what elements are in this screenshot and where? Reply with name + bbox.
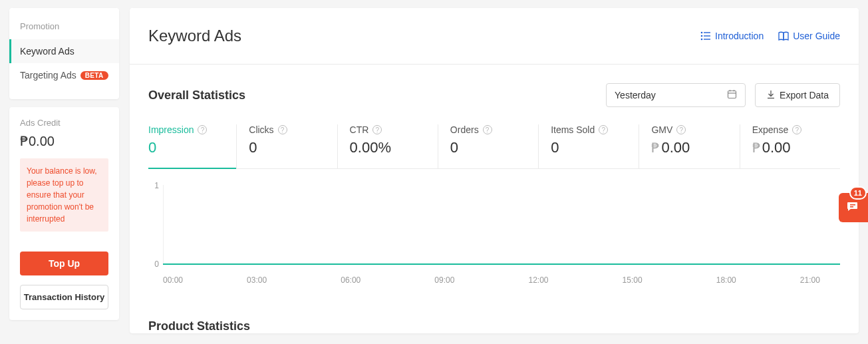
- chart-xtick: 09:00: [434, 275, 454, 285]
- metric-label-text: Impression: [148, 124, 194, 135]
- svg-rect-11: [850, 206, 853, 208]
- overall-statistics-title: Overall Statistics: [148, 88, 245, 102]
- info-icon[interactable]: ?: [599, 125, 608, 134]
- metric-gmv[interactable]: GMV ? ₱0.00: [639, 124, 739, 168]
- svg-rect-10: [850, 204, 855, 206]
- download-icon: [766, 90, 776, 101]
- metrics-row: Impression ? 0 Clicks ? 0: [148, 124, 840, 169]
- metric-value: 0: [148, 139, 224, 156]
- chart-xaxis: 00:00 03:00 06:00 09:00 12:00 15:00 18:0…: [163, 275, 840, 285]
- introduction-link[interactable]: Introduction: [700, 31, 764, 41]
- export-data-button[interactable]: Export Data: [755, 83, 840, 107]
- promotion-heading: Promotion: [9, 21, 119, 39]
- chart-ytick: 1: [148, 181, 159, 190]
- beta-badge: BETA: [80, 71, 108, 80]
- main-card: Keyword Ads Introduction User Guide: [130, 8, 859, 333]
- sidebar-item-label: Keyword Ads: [20, 46, 74, 57]
- chat-icon: [846, 200, 861, 216]
- book-icon: [778, 31, 789, 41]
- metric-label-text: GMV: [651, 124, 672, 135]
- ads-credit-amount: ₱0.00: [20, 133, 108, 149]
- chart-xtick: 18:00: [716, 275, 736, 285]
- date-range-picker[interactable]: Yesterday: [606, 83, 746, 107]
- metric-label-text: Items Sold: [551, 124, 595, 135]
- svg-rect-6: [728, 91, 736, 98]
- product-statistics-title: Product Statistics: [130, 306, 859, 333]
- metric-ctr[interactable]: CTR ? 0.00%: [337, 124, 438, 168]
- chart-xtick: 06:00: [341, 275, 361, 285]
- metric-value: 0.00%: [350, 139, 426, 156]
- info-icon[interactable]: ?: [676, 125, 686, 134]
- chat-button[interactable]: 11: [839, 193, 868, 222]
- ads-credit-label: Ads Credit: [20, 118, 108, 128]
- low-balance-alert: Your balance is low, please top up to en…: [20, 158, 108, 232]
- info-icon[interactable]: ?: [278, 125, 287, 134]
- sidebar-item-label: Targeting Ads: [20, 70, 76, 81]
- chart-xtick: 21:00: [800, 275, 820, 285]
- ads-credit-card: Ads Credit ₱0.00 Your balance is low, pl…: [9, 107, 119, 320]
- metric-items-sold[interactable]: Items Sold ? 0: [538, 124, 639, 168]
- info-icon[interactable]: ?: [198, 125, 207, 134]
- svg-point-0: [701, 32, 702, 33]
- metric-label-text: Orders: [450, 124, 479, 135]
- transaction-history-button[interactable]: Transaction History: [20, 285, 108, 309]
- metric-label-text: Expense: [752, 124, 788, 135]
- metric-impression[interactable]: Impression ? 0: [148, 124, 236, 168]
- info-icon[interactable]: ?: [792, 125, 801, 134]
- svg-point-4: [701, 39, 702, 39]
- user-guide-link[interactable]: User Guide: [778, 31, 840, 41]
- introduction-link-label: Introduction: [715, 31, 764, 41]
- metric-expense[interactable]: Expense ? ₱0.00: [740, 124, 840, 168]
- page-header: Keyword Ads Introduction User Guide: [130, 8, 859, 65]
- metric-clicks[interactable]: Clicks ? 0: [236, 124, 337, 168]
- currency-symbol: ₱: [651, 140, 660, 155]
- page-title: Keyword Ads: [148, 27, 241, 45]
- chart-ytick: 0: [148, 259, 159, 269]
- top-up-button[interactable]: Top Up: [20, 252, 108, 275]
- svg-point-2: [701, 35, 702, 36]
- metric-orders[interactable]: Orders ? 0: [438, 124, 538, 168]
- info-icon[interactable]: ?: [372, 125, 382, 134]
- date-range-label: Yesterday: [615, 90, 656, 100]
- chart-xtick: 03:00: [247, 275, 267, 285]
- info-icon[interactable]: ?: [483, 125, 492, 134]
- chart-xtick: 15:00: [623, 275, 643, 285]
- chart: 1 0 00:00 03:00 06:00 09:00 12:00 15:00 …: [148, 169, 840, 287]
- sidebar-item-keyword-ads[interactable]: Keyword Ads: [9, 39, 119, 63]
- metric-label-text: Clicks: [249, 124, 273, 135]
- chat-badge: 11: [849, 186, 867, 200]
- chart-xtick: 00:00: [163, 275, 183, 285]
- chart-xtick: 12:00: [528, 275, 548, 285]
- currency-symbol: ₱: [752, 140, 761, 155]
- sidebar-item-targeting-ads[interactable]: Targeting Ads BETA: [9, 63, 119, 87]
- chart-series-line: [163, 263, 840, 265]
- metric-value: 0: [551, 139, 627, 156]
- metric-value: 0: [249, 139, 325, 156]
- list-icon: [700, 31, 711, 41]
- promotion-nav: Promotion Keyword Ads Targeting Ads BETA: [9, 8, 119, 99]
- overall-statistics-section: Overall Statistics Yesterday: [130, 65, 859, 306]
- metric-value: ₱0.00: [752, 139, 828, 156]
- metric-value: 0: [450, 139, 526, 156]
- calendar-icon: [727, 89, 737, 101]
- export-data-label: Export Data: [780, 90, 829, 100]
- metric-label-text: CTR: [350, 124, 369, 135]
- user-guide-link-label: User Guide: [793, 31, 840, 41]
- metric-value: ₱0.00: [651, 139, 727, 156]
